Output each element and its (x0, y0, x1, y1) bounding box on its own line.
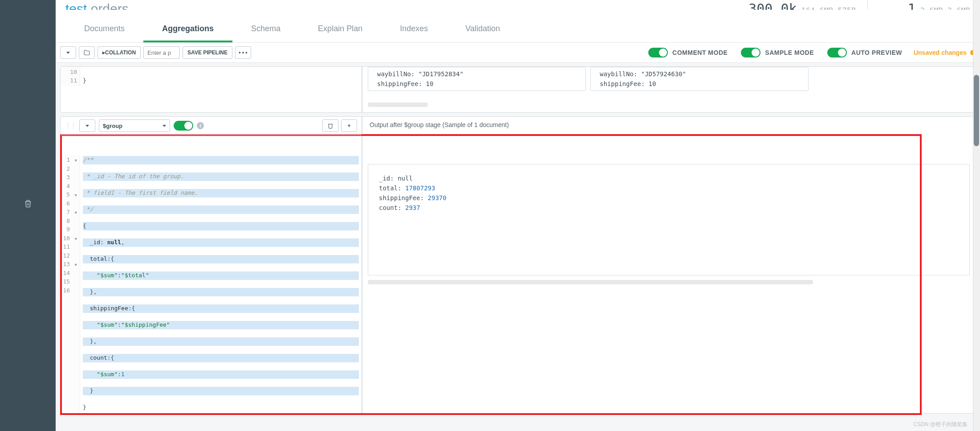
collation-button[interactable]: ▸ COLLATION (98, 46, 141, 59)
vertical-scrollbar-track[interactable] (973, 0, 980, 431)
stage-output-title: Output after $group stage (Sample of 1 d… (368, 117, 970, 133)
open-folder-button[interactable] (79, 46, 95, 59)
stage-operator-select[interactable]: $group (99, 119, 170, 132)
auto-preview-label: AUTO PREVIEW (851, 49, 902, 56)
comment-mode-label: COMMENT MODE (672, 49, 728, 56)
trash-icon[interactable] (24, 200, 32, 209)
left-sidebar (0, 0, 56, 431)
sample-document: waybillNo: "JD57924630"shippingFee: 10 (590, 67, 809, 91)
save-pipeline-button[interactable]: SAVE PIPELINE (183, 46, 232, 59)
stage-collapse-button[interactable] (79, 119, 95, 132)
stage-enable-toggle[interactable] (174, 121, 193, 131)
stage-code-editor[interactable]: 1 ▼2 3 4 5 ▼6 7 ▼8 9 10 ▼11 12 13 ▼14 15… (61, 155, 362, 413)
vertical-scrollbar-thumb[interactable] (974, 75, 979, 146)
add-stage-button[interactable]: + (341, 119, 357, 132)
tab-explain-plan[interactable]: Explain Plan (299, 18, 381, 42)
tab-validation[interactable]: Validation (447, 18, 519, 42)
result-document: _id: nulltotal: 17807293shippingFee: 293… (368, 164, 970, 275)
pipeline-menu-button[interactable] (60, 46, 76, 59)
namespace: test.orders (65, 1, 129, 10)
tab-aggregations[interactable]: Aggregations (143, 18, 232, 42)
collection-stats: DOCUMENTS 300.0k 164.6MB 575B INDEXES 1 … (714, 0, 970, 10)
sample-document: waybillNo: "JD17952834"shippingFee: 10 (368, 67, 586, 91)
horizontal-scrollbar[interactable] (368, 103, 428, 107)
pipeline-name-input[interactable] (143, 46, 180, 59)
sample-mode-toggle[interactable] (741, 48, 760, 57)
group-stage-card: ⋮⋮ $group i + 1 ▼2 (60, 116, 976, 414)
info-icon[interactable]: i (197, 122, 204, 129)
unsaved-changes-indicator: Unsaved changes (914, 49, 976, 56)
tab-indexes[interactable]: Indexes (381, 18, 447, 42)
tab-schema[interactable]: Schema (232, 18, 299, 42)
drag-handle-icon[interactable]: ⋮⋮ (65, 122, 76, 129)
tab-documents[interactable]: Documents (65, 18, 143, 42)
more-options-button[interactable]: • • • (235, 46, 251, 59)
prev-stage-card: 1011 } waybillNo: "JD17952834"shippingFe… (60, 66, 976, 113)
horizontal-scrollbar[interactable] (368, 280, 813, 284)
sample-mode-label: SAMPLE MODE (765, 49, 814, 56)
watermark: CSDN @橙子的随笔集 (913, 421, 968, 428)
comment-mode-toggle[interactable] (648, 48, 668, 57)
tab-bar: DocumentsAggregationsSchemaExplain PlanI… (56, 18, 980, 43)
auto-preview-toggle[interactable] (827, 48, 847, 57)
delete-stage-button[interactable] (322, 119, 338, 132)
pipeline-toolbar: ▸ COLLATION SAVE PIPELINE • • • COMMENT … (56, 43, 980, 63)
